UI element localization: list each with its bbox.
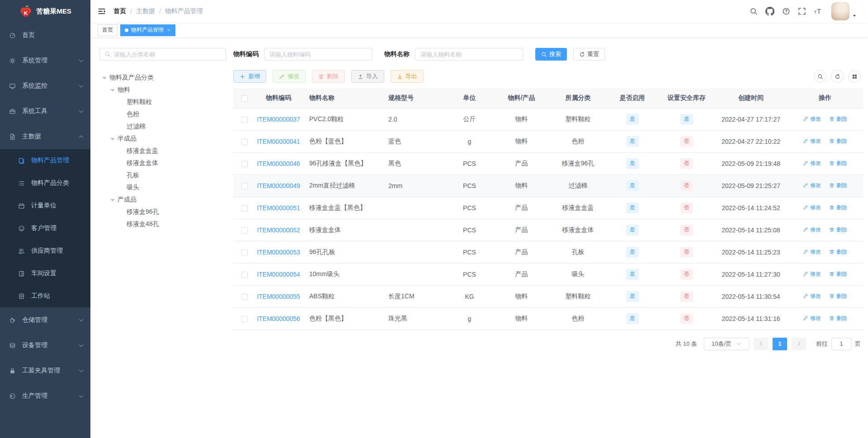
header-search-icon[interactable] xyxy=(750,7,758,15)
tree-node[interactable]: 物料 xyxy=(99,84,226,96)
sidebar-item-equipment-management[interactable]: 设备管理 xyxy=(0,333,90,358)
item-code-link[interactable]: ITEM00000049 xyxy=(257,182,300,189)
tab-material-product-management[interactable]: 物料产品管理 xyxy=(120,24,175,36)
tree-node[interactable]: 物料及产品分类 xyxy=(99,71,226,84)
row-delete-link[interactable]: 删除 xyxy=(829,226,847,234)
row-edit-link[interactable]: 修改 xyxy=(803,182,821,189)
item-code-link[interactable]: ITEM00000052 xyxy=(257,226,300,234)
tree-node[interactable]: 吸头 xyxy=(99,181,226,193)
row-checkbox[interactable] xyxy=(241,117,248,123)
goto-page-input[interactable] xyxy=(831,338,851,350)
help-icon[interactable] xyxy=(782,7,790,15)
row-delete-link[interactable]: 删除 xyxy=(829,137,847,145)
name-field[interactable] xyxy=(415,48,524,61)
prev-page-button[interactable] xyxy=(754,338,768,350)
toggle-search-button[interactable] xyxy=(814,70,826,83)
sidebar-item-system-monitor[interactable]: 系统监控 xyxy=(0,73,90,99)
item-code-link[interactable]: ITEM00000055 xyxy=(257,293,300,300)
fullscreen-icon[interactable] xyxy=(798,7,806,15)
sidebar-item-workstation[interactable]: 工作站 xyxy=(0,285,90,307)
tree-node[interactable]: 移液盒盒盖 xyxy=(99,145,226,157)
item-code-link[interactable]: ITEM00000041 xyxy=(257,138,300,145)
row-checkbox[interactable] xyxy=(241,250,248,256)
page-size-select[interactable]: 10条/页 xyxy=(704,338,749,350)
row-checkbox[interactable] xyxy=(241,227,248,234)
row-delete-link[interactable]: 删除 xyxy=(829,204,847,212)
page-number-button[interactable]: 1 xyxy=(773,338,787,350)
row-delete-link[interactable]: 删除 xyxy=(829,182,847,189)
breadcrumb-home[interactable]: 首页 xyxy=(113,7,126,15)
tree-node[interactable]: 塑料颗粒 xyxy=(99,96,226,108)
row-edit-link[interactable]: 修改 xyxy=(803,137,821,145)
code-field[interactable] xyxy=(264,48,373,61)
sidebar-toggle-icon[interactable] xyxy=(98,7,106,15)
item-code-link[interactable]: ITEM00000037 xyxy=(257,116,300,123)
add-button[interactable]: 新增 xyxy=(233,70,266,83)
row-checkbox[interactable] xyxy=(241,272,248,278)
category-search-input[interactable] xyxy=(114,51,221,58)
tree-node[interactable]: 移液盒96孔 xyxy=(99,206,226,218)
reset-button[interactable]: 重置 xyxy=(573,48,605,61)
row-delete-link[interactable]: 删除 xyxy=(829,270,847,278)
tree-node[interactable]: 过滤棉 xyxy=(99,120,226,132)
sidebar-item-workshop-settings[interactable]: 车间设置 xyxy=(0,262,90,285)
row-checkbox[interactable] xyxy=(241,316,248,322)
github-icon[interactable] xyxy=(765,7,774,16)
row-checkbox[interactable] xyxy=(241,161,248,167)
sidebar-item-warehouse-management[interactable]: 仓储管理 xyxy=(0,307,90,333)
row-delete-link[interactable]: 删除 xyxy=(829,160,847,167)
row-checkbox[interactable] xyxy=(241,183,248,189)
row-delete-link[interactable]: 删除 xyxy=(829,248,847,256)
edit-button[interactable]: 修改 xyxy=(273,70,306,83)
item-code-link[interactable]: ITEM00000046 xyxy=(257,160,300,167)
sidebar-item-production-management[interactable]: 生产管理 xyxy=(0,383,90,409)
row-checkbox[interactable] xyxy=(241,139,248,145)
search-button[interactable]: 搜索 xyxy=(535,48,567,61)
select-all-checkbox[interactable] xyxy=(241,95,248,102)
sidebar-item-supplier-management[interactable]: 供应商管理 xyxy=(0,240,90,262)
column-settings-button[interactable] xyxy=(848,70,861,83)
sidebar-item-system-tools[interactable]: 系统工具 xyxy=(0,99,90,124)
row-delete-link[interactable]: 删除 xyxy=(829,115,847,123)
sidebar-item-tooling-fixture-management[interactable]: 工装夹具管理 xyxy=(0,358,90,383)
item-code-link[interactable]: ITEM00000051 xyxy=(257,204,300,212)
tree-node[interactable]: 移液盒48孔 xyxy=(99,218,226,230)
sidebar-item-material-product-management[interactable]: 物料产品管理 xyxy=(0,149,90,172)
row-edit-link[interactable]: 修改 xyxy=(803,204,821,212)
row-edit-link[interactable]: 修改 xyxy=(803,315,821,322)
row-edit-link[interactable]: 修改 xyxy=(803,292,821,300)
user-menu[interactable] xyxy=(831,2,857,20)
sidebar-item-system-management[interactable]: 系统管理 xyxy=(0,48,90,73)
row-edit-link[interactable]: 修改 xyxy=(803,226,821,234)
refresh-table-button[interactable] xyxy=(831,70,844,83)
tree-node[interactable]: 移液盒盒体 xyxy=(99,157,226,169)
font-size-icon[interactable]: TT xyxy=(814,7,822,15)
tree-node[interactable]: 色粉 xyxy=(99,108,226,120)
row-checkbox[interactable] xyxy=(241,294,248,300)
export-button[interactable]: 导出 xyxy=(391,70,424,83)
delete-button[interactable]: 删除 xyxy=(312,70,345,83)
user-avatar[interactable] xyxy=(831,2,849,20)
app-logo[interactable]: K 苦糖果MES xyxy=(0,0,90,23)
close-icon[interactable] xyxy=(167,28,171,32)
row-edit-link[interactable]: 修改 xyxy=(803,270,821,278)
row-delete-link[interactable]: 删除 xyxy=(829,292,847,300)
row-edit-link[interactable]: 修改 xyxy=(803,160,821,167)
item-code-link[interactable]: ITEM00000056 xyxy=(257,315,300,322)
item-code-link[interactable]: ITEM00000054 xyxy=(257,271,300,278)
sidebar-item-master-data[interactable]: 主数据 xyxy=(0,124,90,149)
import-button[interactable]: 导入 xyxy=(351,70,384,83)
sidebar-item-customer-management[interactable]: 客户管理 xyxy=(0,217,90,240)
row-checkbox[interactable] xyxy=(241,205,248,212)
sidebar-item-home[interactable]: 首页 xyxy=(0,23,90,48)
sidebar-item-material-product-category[interactable]: 物料产品分类 xyxy=(0,172,90,194)
next-page-button[interactable] xyxy=(792,338,806,350)
item-code-link[interactable]: ITEM00000053 xyxy=(257,249,300,256)
row-delete-link[interactable]: 删除 xyxy=(829,315,847,322)
tree-node[interactable]: 半成品 xyxy=(99,132,226,145)
tree-node[interactable]: 孔板 xyxy=(99,169,226,181)
row-edit-link[interactable]: 修改 xyxy=(803,248,821,256)
tab-home[interactable]: 首页 xyxy=(98,24,118,36)
tree-node[interactable]: 产成品 xyxy=(99,193,226,206)
sidebar-item-measure-unit[interactable]: 计量单位 xyxy=(0,194,90,217)
